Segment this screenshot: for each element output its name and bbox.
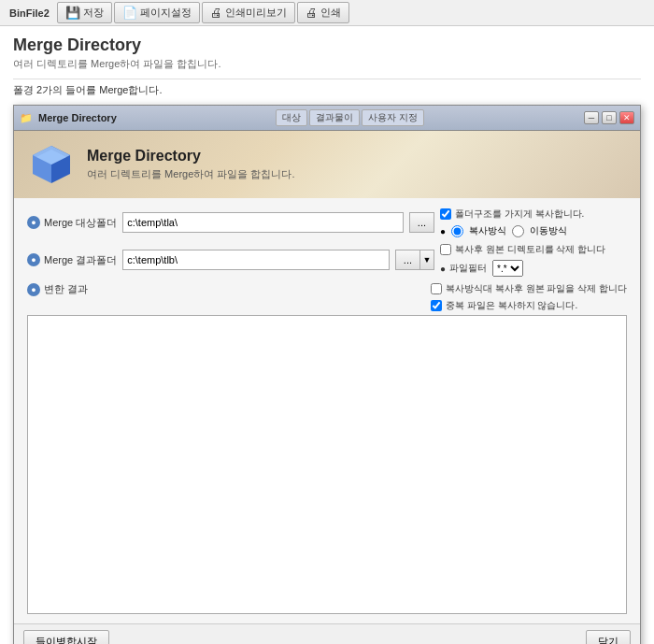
save-icon: 💾	[65, 6, 80, 20]
dialog-body: ● Merge 대상폴더 ... 폴더구조를 가지게 복사합니다. ● 복사방식	[14, 198, 640, 623]
merge-result-browse: ... ▼	[395, 250, 434, 270]
dialog-titlebar-controls: ─ □ ✕	[584, 111, 634, 124]
start-merge-button[interactable]: 들이병합시작	[23, 630, 109, 644]
file-filter-select[interactable]: *.*	[492, 260, 523, 277]
maximize-button[interactable]: □	[602, 111, 617, 124]
merge-result-row: ● Merge 결과폴더 ... ▼ 복사후 원본 디렉토리를 삭제 합니다 ●	[27, 243, 627, 277]
page-content: Merge Directory 여러 디렉토리를 Merge하여 파일을 합칩니…	[0, 26, 654, 644]
page-settings-icon: 📄	[122, 6, 137, 20]
page-settings-label: 페이지설정	[140, 6, 192, 20]
right-options-top: 폴더구조를 가지게 복사합니다. ● 복사방식 이동방식	[440, 208, 627, 237]
merge-target-row: ● Merge 대상폴더 ... 폴더구조를 가지게 복사합니다. ● 복사방식	[27, 208, 627, 237]
dialog-header: Merge Directory 여러 디렉트리를 Merge하여 파일을 합칩니…	[14, 131, 640, 198]
merge-dialog: 📁 Merge Directory 대상 결과물이 사용자 지정 ─ □ ✕	[13, 105, 641, 644]
right-options-mid: 복사후 원본 디렉토리를 삭제 합니다 ● 파일필터 *.*	[440, 243, 627, 277]
dialog-close-button[interactable]: 닫기	[586, 630, 631, 644]
window-title: BinFile2	[4, 6, 55, 21]
titlebar-tab-0[interactable]: 대상	[276, 109, 307, 126]
dialog-footer: 들이병합시작 닫기	[14, 623, 640, 644]
dup-file-checkbox[interactable]	[431, 300, 442, 311]
dialog-title-left: 📁 Merge Directory	[20, 112, 117, 124]
merge-result-browse-button[interactable]: ...	[395, 250, 419, 270]
merge-result-dropdown-arrow[interactable]: ▼	[419, 250, 434, 270]
merge-result-input[interactable]	[122, 250, 390, 270]
move-mode-radio[interactable]	[512, 225, 524, 237]
dialog-header-subtitle: 여러 디렉트리를 Merge하여 파일을 합칩니다.	[87, 167, 294, 181]
merge-target-browse-button[interactable]: ...	[409, 212, 434, 233]
results-box[interactable]	[27, 315, 627, 614]
merge-result-label: ● Merge 결과폴더	[27, 253, 117, 267]
merge-target-icon: ●	[27, 216, 40, 229]
toolbar: BinFile2 💾 저장 📄 페이지설정 🖨 인쇄미리보기 🖨 인쇄	[0, 0, 654, 26]
copy-mode-group: ● 복사방식 이동방식	[440, 224, 627, 237]
print-preview-icon: 🖨	[210, 6, 222, 20]
page-title: Merge Directory	[13, 36, 641, 55]
print-preview-button[interactable]: 🖨 인쇄미리보기	[202, 2, 295, 23]
print-icon: 🖨	[306, 6, 318, 20]
dialog-title-icon: 📁	[20, 112, 33, 124]
origin-copy-option: 복사후 원본 디렉토리를 삭제 합니다	[440, 243, 627, 256]
dialog-title-text: Merge Directory	[38, 112, 117, 123]
merge-result-icon: ●	[27, 253, 40, 266]
print-button[interactable]: 🖨 인쇄	[297, 2, 349, 23]
copy-mode-radio[interactable]	[451, 225, 463, 237]
save-label: 저장	[83, 6, 104, 20]
file-filter-option: ● 파일필터 *.*	[440, 260, 627, 277]
dialog-header-title: Merge Directory	[87, 148, 294, 165]
print-label: 인쇄	[320, 6, 341, 20]
merge-target-input[interactable]	[122, 212, 404, 233]
origin-copy-checkbox[interactable]	[440, 244, 451, 255]
merge-target-label: ● Merge 대상폴더	[27, 216, 117, 230]
page-subtitle: 여러 디렉토리를 Merge하여 파일을 합칩니다.	[13, 57, 641, 71]
changed-result-icon: ●	[27, 283, 40, 296]
after-copy-option: 복사방식대 복사후 원본 파일을 삭제 합니다	[431, 282, 627, 295]
dialog-titlebar: 📁 Merge Directory 대상 결과물이 사용자 지정 ─ □ ✕	[14, 106, 640, 131]
page-description: 폴경 2가의 들어를 Merge합니다.	[13, 83, 641, 97]
page-settings-button[interactable]: 📄 페이지설정	[114, 2, 200, 23]
titlebar-tab-1[interactable]: 결과물이	[309, 109, 360, 126]
titlebar-tab-2[interactable]: 사용자 지정	[362, 109, 424, 126]
minimize-button[interactable]: ─	[584, 111, 599, 124]
dialog-titlebar-tabs: 대상 결과물이 사용자 지정	[276, 109, 424, 126]
right-options-bottom: 복사방식대 복사후 원본 파일을 삭제 합니다 중복 파일은 복사하지 않습니다…	[431, 282, 627, 312]
changed-result-label: ● 변한 결과	[27, 282, 111, 296]
changed-result-row: ● 변한 결과 복사방식대 복사후 원본 파일을 삭제 합니다 중복 파일은 복…	[27, 282, 627, 312]
close-button[interactable]: ✕	[619, 111, 634, 124]
folder-structure-option: 폴더구조를 가지게 복사합니다.	[440, 208, 627, 221]
separator	[13, 79, 641, 79]
dup-file-option: 중복 파일은 복사하지 않습니다.	[431, 299, 627, 312]
folder-structure-checkbox[interactable]	[440, 208, 451, 220]
save-button[interactable]: 💾 저장	[57, 2, 112, 23]
print-preview-label: 인쇄미리보기	[225, 6, 287, 20]
after-copy-checkbox[interactable]	[431, 283, 442, 294]
app-icon	[29, 142, 74, 187]
dialog-header-text: Merge Directory 여러 디렉트리를 Merge하여 파일을 합칩니…	[87, 148, 294, 181]
